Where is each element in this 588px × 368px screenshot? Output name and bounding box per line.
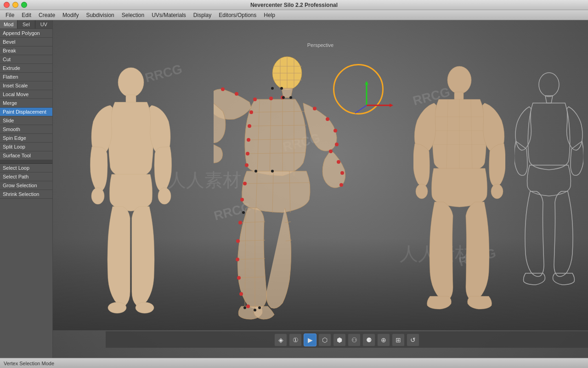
tool-surface-tool[interactable]: Surface Tool [0,151,52,160]
bottom-toolbar: ◈ ① ▶ ⬡ ⬢ ⚇ ⚈ ⊕ ⊞ ↺ [106,331,588,348]
svg-marker-89 [390,104,393,107]
svg-point-70 [271,170,274,172]
svg-point-72 [254,309,256,311]
menu-edit[interactable]: Edit [18,11,35,19]
svg-point-57 [340,171,344,175]
toolbar-btn-9[interactable]: ⊞ [392,334,405,346]
toolbar-btn-7[interactable]: ⚈ [362,334,375,346]
svg-point-44 [240,198,244,201]
svg-marker-87 [365,81,368,85]
svg-point-40 [247,138,250,142]
svg-point-58 [339,183,343,187]
canvas-area: RRCG RRCG RRCG RRCG RRCG 人人素材 人人素材 Persp… [53,20,588,358]
menu-help[interactable]: Help [260,11,279,19]
transform-gizmo-axes [346,80,401,117]
toolbar-btn-6[interactable]: ⚇ [348,334,361,346]
svg-point-35 [253,98,257,101]
toolbar-btn-8[interactable]: ⊕ [377,334,390,346]
tool-break[interactable]: Break [0,46,52,55]
svg-line-90 [355,105,367,113]
toolbar-btn-4[interactable]: ⬡ [318,334,331,346]
tool-select-loop[interactable]: Select Loop [0,164,52,172]
tool-merge[interactable]: Merge [0,99,52,108]
svg-point-62 [237,276,241,280]
toolbar-btn-10[interactable]: ↺ [407,334,419,346]
tool-inset-scale[interactable]: Inset Scale [0,81,52,90]
figure-center-svg [214,48,351,333]
svg-point-61 [236,258,239,261]
close-button[interactable] [4,2,10,8]
tool-grow-selection[interactable]: Grow Selection [0,181,52,190]
viewport-label: Perspective [307,42,334,48]
viewport[interactable]: RRCG RRCG RRCG RRCG RRCG 人人素材 人人素材 Persp… [53,20,588,358]
svg-point-69 [254,170,257,172]
tool-select-path[interactable]: Select Path [0,172,52,181]
menu-file[interactable]: File [2,11,18,19]
tool-split-loop[interactable]: Split Loop [0,143,52,151]
panel-divider [0,160,52,164]
svg-point-52 [326,117,329,121]
menu-bar: File Edit Create Modify Subdivision Sele… [0,10,588,20]
svg-rect-76 [454,92,464,100]
window-title: Nevercenter Silo 2.2 Professional [250,2,338,8]
svg-point-51 [313,107,317,110]
svg-point-84 [491,184,503,199]
svg-point-54 [335,143,339,146]
tool-bevel[interactable]: Bevel [0,38,52,46]
svg-point-66 [280,87,283,90]
left-panel: Mod Sel UV Append Polygon Bevel Break Cu… [0,20,53,358]
title-bar: Nevercenter Silo 2.2 Professional [0,0,588,10]
svg-point-36 [269,97,273,100]
figure-far-right-svg [514,66,583,296]
svg-point-43 [243,182,247,185]
svg-point-83 [416,184,428,199]
figure-right [413,57,505,315]
svg-point-38 [249,110,253,114]
window-controls[interactable] [4,2,27,8]
tool-extrude[interactable]: Extrude [0,64,52,73]
tool-flatten[interactable]: Flatten [0,73,52,81]
tool-slide[interactable]: Slide [0,116,52,125]
figure-right-svg [413,57,505,315]
menu-subdivision[interactable]: Subdivision [82,11,118,19]
figure-left-svg [90,57,172,324]
svg-point-2 [91,188,104,204]
svg-point-5 [136,302,154,313]
svg-point-85 [539,73,559,97]
minimize-button[interactable] [12,2,18,8]
tab-mod[interactable]: Mod [0,20,17,29]
svg-point-65 [271,87,274,90]
menu-create[interactable]: Create [35,11,59,19]
svg-point-60 [236,239,240,243]
toolbar-btn-2[interactable]: ① [289,334,302,346]
svg-point-71 [242,211,245,214]
menu-modify[interactable]: Modify [59,11,82,19]
status-bar: Vertex Selection Mode [0,358,588,368]
svg-point-42 [245,163,249,167]
svg-point-3 [158,188,171,204]
svg-point-73 [243,306,246,309]
svg-point-74 [258,306,261,309]
tool-smooth[interactable]: Smooth [0,125,52,134]
svg-point-67 [289,96,292,99]
toolbar-btn-5[interactable]: ⬢ [333,334,346,346]
svg-point-53 [334,129,337,132]
menu-selection[interactable]: Selection [118,11,148,19]
toolbar-btn-1[interactable]: ◈ [274,334,287,346]
maximize-button[interactable] [21,2,27,8]
menu-editors-options[interactable]: Editors/Options [215,11,260,19]
menu-display[interactable]: Display [190,11,215,19]
tab-uv[interactable]: UV [35,20,52,29]
tool-shrink-selection[interactable]: Shrink Selection [0,190,52,199]
figure-left [90,57,172,324]
svg-point-64 [246,305,250,308]
tool-local-move[interactable]: Local Move [0,90,52,99]
tool-append-polygon[interactable]: Append Polygon [0,29,52,38]
tool-paint-displacement[interactable]: Paint Displacement [0,108,52,116]
svg-point-59 [238,221,242,224]
tab-sel[interactable]: Sel [17,20,35,29]
toolbar-btn-3[interactable]: ▶ [304,334,317,346]
tool-cut[interactable]: Cut [0,55,52,64]
tool-spin-edge[interactable]: Spin Edge [0,134,52,143]
menu-uvs-materials[interactable]: UVs/Materials [148,11,190,19]
